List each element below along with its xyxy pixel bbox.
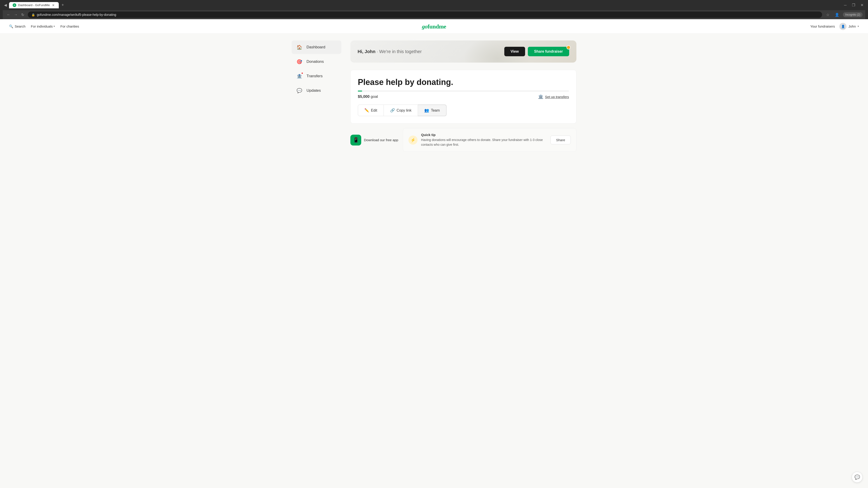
copy-link-button[interactable]: 🔗 Copy link (384, 105, 418, 116)
fundraiser-meta: $5,000 goal 🏛️ Set up transfers (358, 94, 569, 99)
sidebar-icon-donations: 🎯 (295, 58, 303, 66)
sidebar-label-updates: Updates (307, 88, 321, 93)
browser-actions: ☆ 👤 Incognito (2) (825, 12, 863, 18)
main-content: Hi, John · We're in this together View S… (350, 40, 577, 152)
user-avatar: 👤 (839, 23, 846, 30)
setup-transfers-label: Set up transfers (545, 95, 569, 99)
tip-content: Quick tip Having donations will encourag… (421, 133, 547, 147)
logo-text: gofundme (422, 23, 446, 30)
tab-title: Dashboard - GoFundMe (18, 3, 50, 7)
site-logo[interactable]: gofundme (422, 23, 446, 30)
new-tab-btn[interactable]: + (60, 2, 66, 8)
search-label: Search (15, 24, 26, 28)
copy-icon: 🔗 (390, 108, 395, 113)
tip-text: Having donations will encourage others t… (421, 138, 547, 147)
for-charities-label: For charities (60, 24, 79, 28)
for-individuals-menu[interactable]: For individuals ▾ (31, 24, 55, 28)
sidebar: 🏠 Dashboard 🎯 Donations 🏦 Transfers 💬 Up… (291, 40, 341, 152)
url-text: gofundme.com/manage/wn9uf5-please-help-b… (37, 13, 116, 17)
transfers-badge (301, 72, 303, 74)
search-link[interactable]: 🔍 Search (9, 24, 26, 29)
nav-controls: ← → ↻ (5, 12, 26, 18)
address-bar: ← → ↻ 🔒 gofundme.com/manage/wn9uf5-pleas… (3, 10, 865, 19)
goal-amount: $5,000 (358, 94, 370, 99)
for-charities-link[interactable]: For charities (60, 24, 79, 28)
url-field[interactable]: 🔒 gofundme.com/manage/wn9uf5-please-help… (28, 11, 822, 18)
share-btn-wrapper: Share fundraiser (528, 47, 569, 56)
reload-btn[interactable]: ↻ (20, 12, 26, 18)
edit-icon: ✏️ (364, 108, 369, 113)
tip-label: Quick tip (421, 133, 547, 137)
page-wrapper: 🔍 Search For individuals ▾ For charities… (0, 19, 868, 488)
sidebar-item-transfers[interactable]: 🏦 Transfers (291, 69, 341, 83)
user-chevron-icon: ▾ (858, 25, 859, 28)
forward-btn[interactable]: → (13, 12, 19, 18)
active-tab[interactable]: G Dashboard - GoFundMe ✕ (9, 2, 59, 8)
quick-tip-section: 📱 Download our free app ⚡ Quick tip Havi… (350, 128, 577, 152)
view-button[interactable]: View (504, 47, 525, 56)
maximize-btn[interactable]: ❐ (850, 2, 857, 8)
app-icon: 📱 (350, 135, 361, 145)
fundraiser-title: Please help by donating. (358, 77, 569, 87)
close-tab-btn[interactable]: ✕ (52, 3, 55, 7)
avatar-icon: 👤 (841, 25, 845, 28)
sidebar-item-updates[interactable]: 💬 Updates (291, 84, 341, 97)
sidebar-label-dashboard: Dashboard (307, 45, 325, 50)
copy-link-label: Copy link (397, 108, 412, 112)
sidebar-label-transfers: Transfers (307, 74, 322, 78)
close-btn[interactable]: ✕ (859, 2, 865, 8)
window-controls: ─ ❐ ✕ (842, 2, 865, 8)
edit-label: Edit (371, 108, 377, 112)
fundraiser-actions: ✏️ Edit 🔗 Copy link 👥 Team (358, 105, 569, 116)
tab-back-btn[interactable]: ◀ (3, 2, 8, 8)
user-name-label: John (848, 24, 856, 28)
tab-favicon: G (13, 3, 16, 7)
greeting-name: Hi, John (358, 49, 375, 54)
search-icon: 🔍 (9, 24, 13, 29)
team-label: Team (431, 108, 440, 112)
minimize-btn[interactable]: ─ (842, 2, 848, 8)
transfers-icon: 🏛️ (538, 94, 543, 99)
sidebar-icon-transfers: 🏦 (295, 72, 303, 80)
sidebar-item-dashboard[interactable]: 🏠 Dashboard (291, 40, 341, 54)
sidebar-label-donations: Donations (307, 59, 324, 64)
browser-chrome: ◀ G Dashboard - GoFundMe ✕ + ─ ❐ ✕ ← → ↻… (0, 0, 868, 19)
bookmark-btn[interactable]: ☆ (825, 12, 831, 18)
back-btn[interactable]: ← (5, 12, 12, 18)
sidebar-icon-updates: 💬 (295, 87, 303, 95)
progress-bar (358, 91, 569, 92)
share-tip-button[interactable]: Share (550, 135, 571, 144)
goal-label: goal (371, 94, 378, 99)
main-layout: 🏠 Dashboard 🎯 Donations 🏦 Transfers 💬 Up… (287, 34, 581, 159)
header-actions: View Share fundraiser (504, 47, 569, 56)
team-icon: 👥 (424, 108, 429, 113)
goal-text: $5,000 goal (358, 94, 378, 99)
user-menu[interactable]: 👤 John ▾ (839, 23, 859, 30)
chat-icon: 💬 (855, 475, 860, 480)
quick-tip-card: ⚡ Quick tip Having donations will encour… (403, 128, 577, 152)
greeting-section: Hi, John · We're in this together (358, 49, 422, 54)
tip-icon: ⚡ (408, 135, 417, 144)
sidebar-icon-dashboard: 🏠 (295, 43, 303, 51)
edit-button[interactable]: ✏️ Edit (358, 105, 384, 116)
download-app-link[interactable]: 📱 Download our free app (350, 128, 398, 152)
download-app-label: Download our free app (364, 138, 398, 142)
site-nav: 🔍 Search For individuals ▾ For charities… (0, 19, 868, 34)
nav-right: Your fundraisers 👤 John ▾ (810, 23, 859, 30)
incognito-badge[interactable]: Incognito (2) (843, 12, 863, 17)
progress-fill (358, 91, 362, 92)
tab-bar: ◀ G Dashboard - GoFundMe ✕ + ─ ❐ ✕ (3, 2, 865, 8)
notification-dot (566, 45, 570, 50)
profile-btn[interactable]: 👤 (833, 12, 841, 18)
for-individuals-label: For individuals (31, 24, 53, 28)
setup-transfers-link[interactable]: 🏛️ Set up transfers (538, 94, 569, 99)
dashboard-header: Hi, John · We're in this together View S… (350, 40, 577, 63)
greeting-tagline: · We're in this together (377, 49, 422, 54)
sidebar-item-donations[interactable]: 🎯 Donations (291, 55, 341, 68)
nav-left: 🔍 Search For individuals ▾ For charities (9, 24, 79, 29)
team-button[interactable]: 👥 Team (418, 105, 446, 116)
fundraiser-card: Please help by donating. $5,000 goal 🏛️ … (350, 70, 577, 124)
share-fundraiser-button[interactable]: Share fundraiser (528, 47, 569, 56)
chat-button[interactable]: 💬 (852, 472, 863, 483)
your-fundraisers-link[interactable]: Your fundraisers (810, 24, 835, 28)
